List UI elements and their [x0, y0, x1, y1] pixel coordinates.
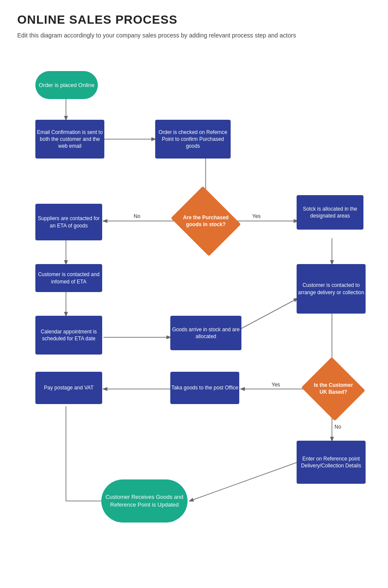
- customer-receives-node: Customer Receives Goods and Reference Po…: [101, 479, 188, 523]
- taka-post-node: Taka goods to the post Office: [170, 372, 239, 404]
- svg-text:No: No: [134, 213, 141, 219]
- calendar-appt-node: Calendar appointment is scheduled for ET…: [35, 316, 102, 355]
- customer-informed-node: Customer is contacted and infomed of ETA: [35, 264, 102, 292]
- svg-line-12: [241, 299, 297, 329]
- svg-text:Yes: Yes: [252, 213, 261, 219]
- svg-text:Yes: Yes: [272, 382, 280, 388]
- goods-arrive-node: Goods arrive in stock and are allocated: [170, 316, 241, 350]
- start-node: Order is placed Online: [35, 71, 98, 99]
- svg-line-21: [190, 462, 297, 501]
- stock-allocated-node: Sotck is allocated in the designated are…: [297, 195, 363, 230]
- customer-arrange-node: Customer is contacted to arrange deliver…: [297, 264, 366, 314]
- email-confirm-node: Email Confirmation is sent to both the c…: [35, 120, 104, 159]
- suppliers-node: Suppliers are contacted for an ETA of go…: [35, 204, 102, 240]
- stock-decision-node: Are the Purchased goods in stock?: [171, 186, 241, 256]
- uk-decision-node: Is the Customer UK Based?: [301, 357, 365, 421]
- svg-text:No: No: [335, 424, 341, 430]
- page-subtitle: Edit this diagram accordingly to your co…: [17, 31, 371, 40]
- pay-postage-node: Pay postage and VAT: [35, 372, 102, 404]
- page-title: ONLINE SALES PROCESS: [17, 13, 371, 27]
- order-check-node: Order is checked on Refernce Point to co…: [155, 120, 231, 159]
- enter-ref-node: Enter on Reference point Delivery/Collec…: [297, 441, 366, 484]
